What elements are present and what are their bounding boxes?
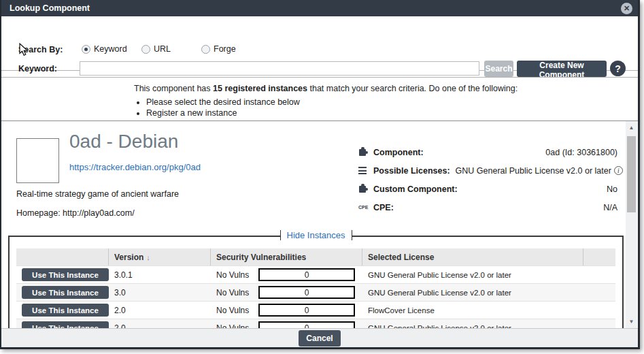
empty-cell [583, 284, 615, 301]
radio-label: Keyword [94, 44, 127, 54]
instances-fieldset: Hide Instances Version↓Security Vulnerab… [8, 236, 624, 328]
component-homepage: Homepage: http://play0ad.com/ [16, 208, 135, 218]
instances-body: Use This Instance3.0.1No Vulns0GNU Gener… [16, 266, 615, 328]
vulns-label: No Vulns [216, 288, 258, 297]
table-row: Use This Instance3.0No Vulns0GNU General… [16, 283, 615, 301]
vulnerabilities-cell: No Vulns0 [211, 319, 362, 328]
search-button[interactable]: Search [484, 61, 513, 77]
detail-icon-cell [358, 149, 373, 156]
vuln-count-box[interactable]: 0 [258, 321, 355, 328]
radio-option-url[interactable]: URL [141, 44, 201, 54]
search-by-label: Search By: [18, 45, 63, 54]
component-details: Component:0ad (Id: 30361800)Possible Lic… [358, 143, 617, 216]
component-result-panel: 0ad - Debian https://tracker.debian.org/… [1, 121, 638, 328]
detail-label: Possible Licenses: [373, 166, 450, 176]
column-header: Selected License [362, 248, 583, 266]
close-icon[interactable]: ✕ [621, 3, 632, 14]
radio-icon[interactable] [141, 45, 150, 54]
action-cell: Use This Instance [16, 284, 109, 301]
detail-row: Possible Licenses:GNU General Public Lic… [358, 161, 617, 180]
dialog-footer: Cancel [1, 328, 638, 347]
detail-label: Custom Component: [373, 184, 458, 194]
detail-value: 0ad (Id: 30361800) [545, 148, 617, 157]
vulns-label: No Vulns [216, 306, 258, 315]
puzzle-icon [359, 186, 366, 193]
component-name-heading: 0ad - Debian [69, 131, 178, 152]
notice-section: This component has 15 registered instanc… [1, 77, 638, 121]
version-cell: 3.0.1 [109, 266, 211, 283]
vulns-label: No Vulns [216, 270, 258, 280]
dialog-titlebar: Lookup Component ✕ [1, 0, 638, 16]
license-cell: GNU General Public License v2.0 or later [362, 266, 583, 283]
keyword-input[interactable] [80, 61, 479, 76]
detail-label: CPE: [373, 203, 394, 212]
detail-row: Component:0ad (Id: 30361800) [358, 143, 617, 161]
radio-option-keyword[interactable]: Keyword [82, 44, 141, 54]
table-row: Use This Instance2.0No Vulns0FlowCover L… [16, 301, 615, 319]
license-cell: FlowCover License [362, 302, 583, 319]
vulns-label: No Vulns [216, 323, 258, 329]
vuln-count-box[interactable]: 0 [258, 286, 355, 299]
radio-icon[interactable] [82, 45, 90, 54]
column-header [583, 248, 615, 266]
radio-option-forge[interactable]: Forge [201, 44, 261, 54]
action-cell: Use This Instance [16, 302, 109, 319]
empty-cell [583, 266, 615, 283]
instances-header-row: Version↓Security VulnerabilitiesSelected… [16, 248, 615, 266]
license-cell: GNU General Public License v2.0 or later [362, 284, 583, 301]
notice-bullet: Please select the desired instance below [146, 97, 638, 107]
component-description: Real-time strategy game of ancient warfa… [16, 189, 179, 199]
action-cell: Use This Instance [16, 319, 109, 328]
vulnerabilities-cell: No Vulns0 [211, 284, 362, 301]
detail-icon-cell [358, 167, 373, 174]
vulnerabilities-cell: No Vulns0 [211, 266, 362, 283]
help-icon[interactable]: ? [610, 61, 626, 76]
vuln-count-box[interactable]: 0 [258, 268, 355, 281]
component-image-placeholder [16, 138, 59, 183]
radio-label: Forge [214, 44, 236, 54]
radio-label: URL [154, 44, 171, 54]
sort-descending-icon: ↓ [146, 253, 150, 261]
vuln-count-box[interactable]: 0 [258, 304, 355, 317]
version-cell: 2.0 [109, 319, 211, 328]
scroll-up-icon[interactable]: ▲ [626, 123, 637, 133]
notice-bullets: Please select the desired instance below… [146, 97, 638, 118]
use-this-instance-button[interactable]: Use This Instance [22, 268, 109, 281]
empty-cell [583, 319, 615, 328]
radio-icon[interactable] [201, 45, 210, 54]
table-row: Use This Instance2.0No Vulns0GNU General… [16, 319, 615, 328]
detail-icon-cell: CPE [358, 205, 373, 210]
vulnerabilities-cell: No Vulns0 [211, 302, 362, 319]
vertical-scrollbar[interactable]: ▲ ▼ [626, 121, 637, 328]
lookup-component-dialog: Lookup Component ✕ Search By: KeywordURL… [0, 0, 640, 349]
detail-value: GNU General Public License v2.0 or later… [456, 166, 623, 176]
detail-row: CPECPE:N/A [358, 198, 617, 216]
search-section: Search By: KeywordURLForge Keyword: Sear… [1, 16, 638, 71]
list-icon [358, 167, 367, 174]
detail-row: Custom Component:No [358, 180, 617, 198]
info-icon[interactable]: i [614, 166, 623, 175]
use-this-instance-button[interactable]: Use This Instance [22, 286, 109, 299]
notice-bullet: Register a new instance [146, 108, 638, 118]
version-cell: 2.0 [109, 302, 211, 319]
component-tracker-link[interactable]: https://tracker.debian.org/pkg/0ad [69, 162, 201, 172]
puzzle-icon [359, 149, 366, 156]
use-this-instance-button[interactable]: Use This Instance [22, 304, 109, 317]
table-row: Use This Instance3.0.1No Vulns0GNU Gener… [16, 266, 615, 283]
notice-text: This component has 15 registered instanc… [134, 84, 638, 93]
cancel-button[interactable]: Cancel [299, 330, 341, 347]
version-cell: 3.0 [109, 284, 211, 301]
dialog-title: Lookup Component [10, 3, 90, 13]
cpe-icon: CPE [358, 205, 368, 210]
scroll-down-icon[interactable]: ▼ [626, 317, 637, 327]
action-cell: Use This Instance [16, 266, 109, 283]
hide-instances-link[interactable]: Hide Instances [280, 230, 352, 240]
empty-cell [583, 302, 615, 319]
column-header [16, 248, 109, 266]
scrollbar-thumb[interactable] [627, 136, 636, 212]
column-header-version[interactable]: Version↓ [109, 248, 211, 266]
create-new-component-button[interactable]: Create New Component [517, 61, 607, 77]
use-this-instance-button[interactable]: Use This Instance [22, 321, 109, 328]
detail-label: Component: [373, 148, 424, 157]
license-cell: GNU General Public License v2.0 or later [362, 319, 583, 328]
